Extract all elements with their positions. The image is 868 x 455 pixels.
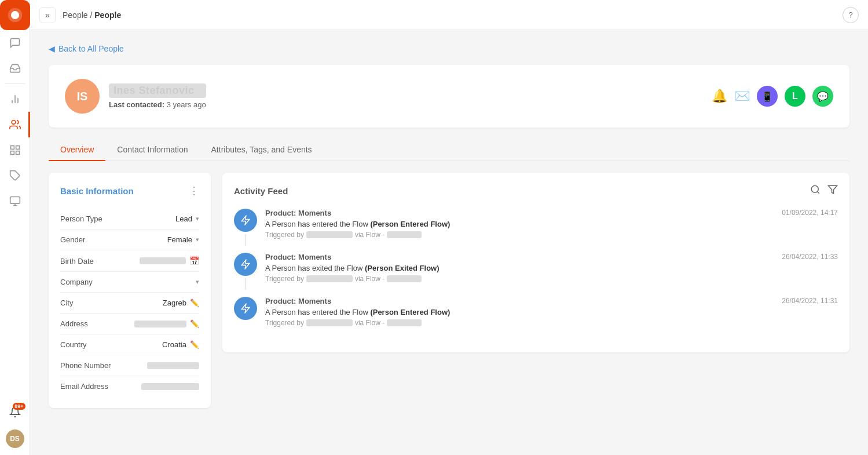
- back-arrow-icon: ◀: [49, 44, 55, 53]
- notifications-button[interactable]: 89+: [0, 399, 30, 425]
- basic-info-header: Basic Information ⋮: [60, 184, 199, 197]
- activity-text-3: A Person has entered the Flow (Person En…: [265, 308, 838, 316]
- person-details: Ines Stefanovic Last contacted: 3 years …: [109, 83, 206, 109]
- tab-attributes-tags-events[interactable]: Attributes, Tags, and Events: [200, 139, 324, 161]
- activity-feed-panel: Activity Feed: [222, 173, 849, 352]
- activity-plain-1: A Person has entered the Flow: [265, 220, 370, 228]
- address-value: ✏️: [134, 319, 199, 328]
- chevron-down-icon: ▾: [196, 215, 199, 223]
- line-button[interactable]: L: [785, 86, 805, 107]
- sidebar-bottom: 89+ DS: [0, 399, 30, 455]
- svg-marker-16: [829, 185, 837, 194]
- help-button[interactable]: ?: [843, 7, 859, 23]
- activity-plain-2: A Person has exited the Flow: [265, 264, 365, 272]
- trigger-name-2-blurred: [306, 275, 353, 282]
- activity-product-2: Product: Moments: [265, 253, 331, 261]
- email-icon[interactable]: ✉️: [734, 89, 750, 104]
- sidebar-divider-1: [5, 83, 25, 84]
- country-edit-icon[interactable]: ✏️: [190, 340, 199, 349]
- company-label: Company: [60, 278, 93, 286]
- tab-overview[interactable]: Overview: [49, 139, 105, 161]
- whatsapp-icon: 💬: [817, 91, 829, 102]
- basic-info-panel: Basic Information ⋮ Person Type Lead ▾ G…: [49, 173, 211, 408]
- app-logo[interactable]: [0, 0, 30, 30]
- field-country: Country Croatia ✏️: [60, 334, 199, 355]
- last-contacted-label: Last contacted:: [109, 100, 164, 109]
- phone-blurred: [147, 362, 199, 369]
- gender-value[interactable]: Female ▾: [167, 235, 199, 244]
- person-type-text: Lead: [175, 214, 192, 223]
- activity-item-3: Product: Moments 26/04/2022, 11:31 A Per…: [234, 297, 838, 327]
- question-icon: ?: [848, 10, 852, 19]
- sound-icon[interactable]: 🔔: [712, 89, 727, 104]
- person-info: IS Ines Stefanovic Last contacted: 3 yea…: [65, 79, 206, 114]
- activity-feed-header: Activity Feed: [234, 184, 838, 197]
- sidebar-item-people[interactable]: [0, 112, 30, 137]
- address-blurred: [134, 321, 186, 327]
- field-address: Address ✏️: [60, 314, 199, 334]
- notification-count: 89+: [13, 403, 25, 410]
- sidebar-item-reports[interactable]: [0, 86, 30, 112]
- activity-trigger-2: Triggered by via Flow -: [265, 275, 838, 283]
- main-content: » People / People ? ◀ Back to All People…: [30, 0, 868, 455]
- email-label: Email Address: [60, 382, 108, 391]
- viber-button[interactable]: 📱: [757, 86, 778, 107]
- user-avatar[interactable]: DS: [6, 429, 24, 448]
- svg-rect-11: [10, 197, 20, 204]
- search-icon[interactable]: [810, 184, 821, 197]
- trigger-flow-2-blurred: [387, 275, 422, 282]
- company-value[interactable]: ▾: [196, 278, 199, 286]
- filter-icon[interactable]: [827, 184, 838, 197]
- activity-content-2: Product: Moments 26/04/2022, 11:33 A Per…: [265, 253, 838, 283]
- activity-trigger-1: Triggered by via Flow -: [265, 231, 838, 239]
- gender-text: Female: [167, 235, 192, 244]
- sidebar-item-inbox[interactable]: [0, 56, 30, 81]
- field-city: City Zagreb ✏️: [60, 293, 199, 314]
- calendar-icon[interactable]: 📅: [189, 256, 199, 265]
- city-edit-icon[interactable]: ✏️: [190, 299, 199, 307]
- line-icon: L: [792, 91, 798, 101]
- activity-product-3: Product: Moments: [265, 297, 331, 305]
- activity-icon-2: [234, 253, 257, 276]
- activity-content-3: Product: Moments 26/04/2022, 11:31 A Per…: [265, 297, 838, 327]
- city-value: Zagreb ✏️: [163, 299, 199, 307]
- phone-value: [147, 362, 199, 369]
- birth-date-value[interactable]: 📅: [140, 256, 199, 265]
- sidebar-item-chat[interactable]: [0, 30, 30, 56]
- whatsapp-button[interactable]: 💬: [812, 86, 833, 107]
- activity-top-1: Product: Moments 01/09/2022, 14:17: [265, 209, 838, 217]
- svg-line-15: [817, 191, 819, 193]
- field-company: Company ▾: [60, 272, 199, 293]
- country-label: Country: [60, 340, 87, 349]
- activity-time-2: 26/04/2022, 11:33: [782, 253, 838, 261]
- activity-feed-title: Activity Feed: [234, 186, 288, 196]
- activity-plain-3: A Person has entered the Flow: [265, 308, 370, 316]
- trigger-name-3-blurred: [306, 319, 353, 326]
- sidebar: 89+ DS: [0, 0, 30, 455]
- svg-rect-7: [16, 146, 19, 150]
- activity-feed-actions: [810, 184, 838, 197]
- svg-point-14: [811, 185, 818, 192]
- two-column-layout: Basic Information ⋮ Person Type Lead ▾ G…: [49, 173, 849, 408]
- tabs: Overview Contact Information Attributes,…: [49, 139, 849, 161]
- sidebar-item-segments[interactable]: [0, 163, 30, 188]
- back-to-all-people-link[interactable]: ◀ Back to All People: [49, 44, 849, 53]
- nav-chevrons[interactable]: »: [39, 7, 56, 23]
- sidebar-item-lists[interactable]: [0, 137, 30, 163]
- activity-text-1: A Person has entered the Flow (Person En…: [265, 220, 838, 228]
- basic-info-title: Basic Information: [60, 186, 134, 196]
- sidebar-item-campaigns[interactable]: [0, 188, 30, 214]
- field-email: Email Address: [60, 376, 199, 396]
- gender-label: Gender: [60, 235, 85, 244]
- back-link-label: Back to All People: [58, 44, 124, 53]
- field-phone: Phone Number: [60, 355, 199, 376]
- chevron-right-icon: »: [45, 10, 50, 20]
- activity-icon-1: [234, 209, 257, 232]
- person-type-value[interactable]: Lead ▾: [175, 214, 199, 223]
- address-edit-icon[interactable]: ✏️: [190, 319, 199, 328]
- field-person-type: Person Type Lead ▾: [60, 209, 199, 230]
- activity-top-2: Product: Moments 26/04/2022, 11:33: [265, 253, 838, 261]
- tab-contact-information[interactable]: Contact Information: [105, 139, 199, 161]
- left-column: Basic Information ⋮ Person Type Lead ▾ G…: [49, 173, 211, 408]
- panel-menu-button[interactable]: ⋮: [189, 184, 199, 197]
